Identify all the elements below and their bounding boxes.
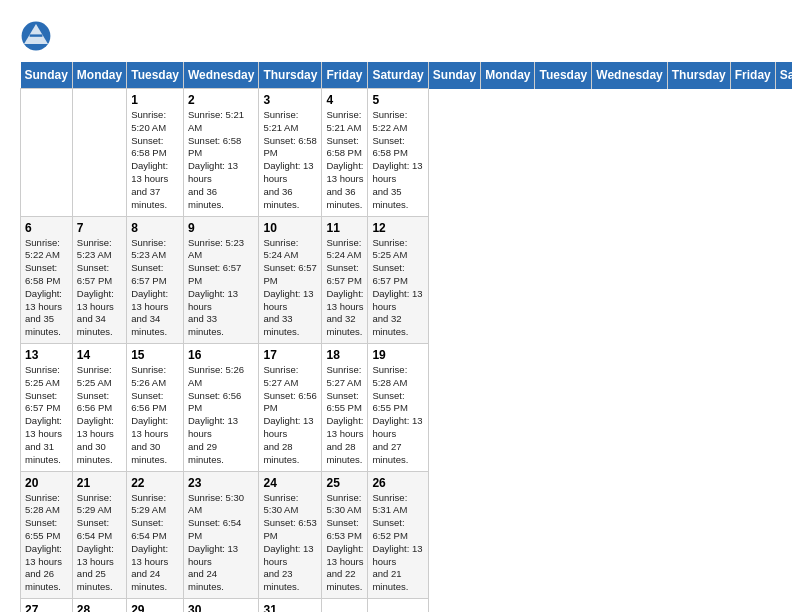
- day-number: 6: [25, 221, 68, 235]
- calendar-week-4: 20Sunrise: 5:28 AM Sunset: 6:55 PM Dayli…: [21, 471, 793, 599]
- calendar-cell: 28Sunrise: 5:32 AM Sunset: 6:51 PM Dayli…: [72, 599, 126, 613]
- day-info: Sunrise: 5:25 AM Sunset: 6:56 PM Dayligh…: [77, 364, 122, 467]
- col-header-saturday: Saturday: [368, 62, 428, 89]
- calendar-cell: 14Sunrise: 5:25 AM Sunset: 6:56 PM Dayli…: [72, 344, 126, 472]
- calendar-week-2: 6Sunrise: 5:22 AM Sunset: 6:58 PM Daylig…: [21, 216, 793, 344]
- day-number: 12: [372, 221, 423, 235]
- day-number: 3: [263, 93, 317, 107]
- calendar-week-5: 27Sunrise: 5:31 AM Sunset: 6:52 PM Dayli…: [21, 599, 793, 613]
- day-info: Sunrise: 5:23 AM Sunset: 6:57 PM Dayligh…: [77, 237, 122, 340]
- col-header-thursday: Thursday: [259, 62, 322, 89]
- calendar-cell: 13Sunrise: 5:25 AM Sunset: 6:57 PM Dayli…: [21, 344, 73, 472]
- calendar-week-1: 1Sunrise: 5:20 AM Sunset: 6:58 PM Daylig…: [21, 89, 793, 217]
- day-info: Sunrise: 5:23 AM Sunset: 6:57 PM Dayligh…: [131, 237, 179, 340]
- col-header-tuesday: Tuesday: [535, 62, 592, 89]
- day-number: 4: [326, 93, 363, 107]
- day-number: 14: [77, 348, 122, 362]
- col-header-monday: Monday: [72, 62, 126, 89]
- day-info: Sunrise: 5:20 AM Sunset: 6:58 PM Dayligh…: [131, 109, 179, 212]
- day-number: 24: [263, 476, 317, 490]
- calendar-cell: 5Sunrise: 5:22 AM Sunset: 6:58 PM Daylig…: [368, 89, 428, 217]
- calendar-header-row: SundayMondayTuesdayWednesdayThursdayFrid…: [21, 62, 793, 89]
- day-info: Sunrise: 5:21 AM Sunset: 6:58 PM Dayligh…: [188, 109, 254, 212]
- day-number: 1: [131, 93, 179, 107]
- logo-icon: [20, 20, 52, 52]
- calendar-cell: [368, 599, 428, 613]
- day-number: 23: [188, 476, 254, 490]
- col-header-monday: Monday: [481, 62, 535, 89]
- day-info: Sunrise: 5:25 AM Sunset: 6:57 PM Dayligh…: [25, 364, 68, 467]
- day-number: 27: [25, 603, 68, 612]
- day-number: 29: [131, 603, 179, 612]
- calendar-cell: 19Sunrise: 5:28 AM Sunset: 6:55 PM Dayli…: [368, 344, 428, 472]
- day-number: 7: [77, 221, 122, 235]
- calendar-cell: [72, 89, 126, 217]
- day-info: Sunrise: 5:29 AM Sunset: 6:54 PM Dayligh…: [77, 492, 122, 595]
- col-header-saturday: Saturday: [775, 62, 792, 89]
- calendar-cell: 2Sunrise: 5:21 AM Sunset: 6:58 PM Daylig…: [183, 89, 258, 217]
- day-number: 17: [263, 348, 317, 362]
- col-header-thursday: Thursday: [667, 62, 730, 89]
- calendar-cell: 23Sunrise: 5:30 AM Sunset: 6:54 PM Dayli…: [183, 471, 258, 599]
- day-number: 20: [25, 476, 68, 490]
- day-info: Sunrise: 5:29 AM Sunset: 6:54 PM Dayligh…: [131, 492, 179, 595]
- day-number: 13: [25, 348, 68, 362]
- calendar-cell: 18Sunrise: 5:27 AM Sunset: 6:55 PM Dayli…: [322, 344, 368, 472]
- calendar-cell: [21, 89, 73, 217]
- day-info: Sunrise: 5:23 AM Sunset: 6:57 PM Dayligh…: [188, 237, 254, 340]
- day-number: 19: [372, 348, 423, 362]
- day-info: Sunrise: 5:22 AM Sunset: 6:58 PM Dayligh…: [25, 237, 68, 340]
- day-info: Sunrise: 5:21 AM Sunset: 6:58 PM Dayligh…: [263, 109, 317, 212]
- col-header-friday: Friday: [322, 62, 368, 89]
- day-info: Sunrise: 5:21 AM Sunset: 6:58 PM Dayligh…: [326, 109, 363, 212]
- calendar-week-3: 13Sunrise: 5:25 AM Sunset: 6:57 PM Dayli…: [21, 344, 793, 472]
- calendar-cell: 26Sunrise: 5:31 AM Sunset: 6:52 PM Dayli…: [368, 471, 428, 599]
- calendar-cell: 10Sunrise: 5:24 AM Sunset: 6:57 PM Dayli…: [259, 216, 322, 344]
- col-header-tuesday: Tuesday: [127, 62, 184, 89]
- calendar-cell: 25Sunrise: 5:30 AM Sunset: 6:53 PM Dayli…: [322, 471, 368, 599]
- day-info: Sunrise: 5:26 AM Sunset: 6:56 PM Dayligh…: [188, 364, 254, 467]
- day-info: Sunrise: 5:30 AM Sunset: 6:53 PM Dayligh…: [326, 492, 363, 595]
- calendar-cell: 16Sunrise: 5:26 AM Sunset: 6:56 PM Dayli…: [183, 344, 258, 472]
- calendar-cell: 12Sunrise: 5:25 AM Sunset: 6:57 PM Dayli…: [368, 216, 428, 344]
- day-info: Sunrise: 5:27 AM Sunset: 6:55 PM Dayligh…: [326, 364, 363, 467]
- day-number: 18: [326, 348, 363, 362]
- day-info: Sunrise: 5:28 AM Sunset: 6:55 PM Dayligh…: [372, 364, 423, 467]
- day-info: Sunrise: 5:27 AM Sunset: 6:56 PM Dayligh…: [263, 364, 317, 467]
- calendar-cell: 1Sunrise: 5:20 AM Sunset: 6:58 PM Daylig…: [127, 89, 184, 217]
- day-number: 5: [372, 93, 423, 107]
- day-number: 11: [326, 221, 363, 235]
- day-number: 21: [77, 476, 122, 490]
- calendar-cell: 22Sunrise: 5:29 AM Sunset: 6:54 PM Dayli…: [127, 471, 184, 599]
- calendar-cell: 17Sunrise: 5:27 AM Sunset: 6:56 PM Dayli…: [259, 344, 322, 472]
- day-number: 2: [188, 93, 254, 107]
- day-number: 31: [263, 603, 317, 612]
- calendar-cell: 8Sunrise: 5:23 AM Sunset: 6:57 PM Daylig…: [127, 216, 184, 344]
- calendar-cell: 6Sunrise: 5:22 AM Sunset: 6:58 PM Daylig…: [21, 216, 73, 344]
- day-info: Sunrise: 5:25 AM Sunset: 6:57 PM Dayligh…: [372, 237, 423, 340]
- day-number: 22: [131, 476, 179, 490]
- day-number: 26: [372, 476, 423, 490]
- col-header-friday: Friday: [730, 62, 775, 89]
- day-number: 28: [77, 603, 122, 612]
- day-number: 15: [131, 348, 179, 362]
- col-header-sunday: Sunday: [428, 62, 480, 89]
- calendar-cell: 27Sunrise: 5:31 AM Sunset: 6:52 PM Dayli…: [21, 599, 73, 613]
- calendar-cell: 24Sunrise: 5:30 AM Sunset: 6:53 PM Dayli…: [259, 471, 322, 599]
- day-info: Sunrise: 5:28 AM Sunset: 6:55 PM Dayligh…: [25, 492, 68, 595]
- calendar-cell: 21Sunrise: 5:29 AM Sunset: 6:54 PM Dayli…: [72, 471, 126, 599]
- calendar-table: SundayMondayTuesdayWednesdayThursdayFrid…: [20, 62, 792, 612]
- day-info: Sunrise: 5:30 AM Sunset: 6:54 PM Dayligh…: [188, 492, 254, 595]
- calendar-cell: 31Sunrise: 5:33 AM Sunset: 6:50 PM Dayli…: [259, 599, 322, 613]
- day-number: 16: [188, 348, 254, 362]
- day-info: Sunrise: 5:22 AM Sunset: 6:58 PM Dayligh…: [372, 109, 423, 212]
- calendar-cell: 11Sunrise: 5:24 AM Sunset: 6:57 PM Dayli…: [322, 216, 368, 344]
- calendar-cell: 20Sunrise: 5:28 AM Sunset: 6:55 PM Dayli…: [21, 471, 73, 599]
- col-header-sunday: Sunday: [21, 62, 73, 89]
- calendar-cell: 7Sunrise: 5:23 AM Sunset: 6:57 PM Daylig…: [72, 216, 126, 344]
- calendar-cell: 9Sunrise: 5:23 AM Sunset: 6:57 PM Daylig…: [183, 216, 258, 344]
- day-info: Sunrise: 5:30 AM Sunset: 6:53 PM Dayligh…: [263, 492, 317, 595]
- calendar-cell: 15Sunrise: 5:26 AM Sunset: 6:56 PM Dayli…: [127, 344, 184, 472]
- col-header-wednesday: Wednesday: [183, 62, 258, 89]
- page-header: [20, 20, 772, 52]
